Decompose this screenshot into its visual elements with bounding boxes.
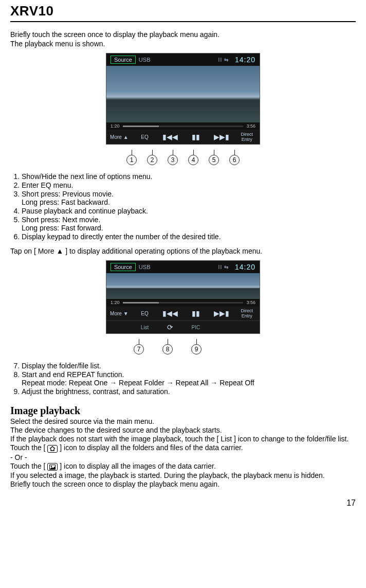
list1-item-5a: Short press: Next movie. xyxy=(22,216,100,224)
callout-4: 4 xyxy=(188,150,198,165)
page-number: 17 xyxy=(10,498,356,508)
callout-1-num: 1 xyxy=(126,155,137,165)
progress-bar[interactable] xyxy=(123,126,244,127)
prev-button-2[interactable]: ▮◀◀ xyxy=(157,309,183,317)
screenshot-1: Source USB ΙΙ ⇆ 14:20 1:20 3:56 More ▲ E… xyxy=(106,53,260,145)
clock-display-2: 14:20 xyxy=(235,263,255,271)
next-icon: ▶▶▮ xyxy=(214,133,229,141)
list1-item-4: Pause playback and continue playback. xyxy=(22,207,356,215)
img-p4: Touch the [ ] icon to display all the fo… xyxy=(10,443,356,453)
list1-item-1: Show/Hide the next line of options menu. xyxy=(22,172,356,181)
img-p4b: ] icon to display all the folders and fi… xyxy=(60,443,243,452)
title-divider xyxy=(10,21,356,22)
eq-button-2[interactable]: EQ xyxy=(132,311,158,316)
callout-9: 9 xyxy=(191,339,202,354)
list-label: List xyxy=(141,325,149,330)
repeat-button[interactable]: ⟳ xyxy=(157,323,183,331)
img-p2: The device changes to the desired source… xyxy=(10,426,356,434)
source-button[interactable]: Source xyxy=(111,56,136,64)
pic-label: PIC xyxy=(192,325,200,330)
image-playback-heading: Image playback xyxy=(10,405,356,417)
more-button-2[interactable]: More ▼ xyxy=(106,311,132,316)
progress-row-2: 1:20 3:56 xyxy=(106,299,260,306)
svg-point-1 xyxy=(51,466,52,467)
img-p1: Select the desired source via the main m… xyxy=(10,417,356,425)
direct-entry-button[interactable]: Direct Entry xyxy=(234,132,260,142)
pause-button-2[interactable]: ▮▮ xyxy=(183,309,209,317)
screen-topbar-2: Source USB ΙΙ ⇆ 14:20 xyxy=(106,261,260,273)
pause-button[interactable]: ▮▮ xyxy=(183,133,209,141)
pic-button[interactable]: PIC xyxy=(183,325,209,330)
video-area[interactable] xyxy=(106,66,260,122)
callouts-row-2: 7 8 9 xyxy=(134,339,202,354)
screen-topbar: Source USB ΙΙ ⇆ 14:20 xyxy=(106,54,260,66)
eq-label-2: EQ xyxy=(141,311,148,316)
list1-item-5b: Long press: Fast forward. xyxy=(22,224,356,232)
callout-5: 5 xyxy=(209,150,219,165)
list2-item-8b: Repeat mode: Repeat One → Repeat Folder … xyxy=(22,379,356,387)
repeat-icon: ⟳ xyxy=(167,323,173,331)
callout-3: 3 xyxy=(168,150,178,165)
feature-list-1: Show/Hide the next line of options menu.… xyxy=(22,172,356,241)
callout-8-num: 8 xyxy=(162,344,173,354)
prev-icon-2: ▮◀◀ xyxy=(162,309,178,317)
list2-item-7: Display the folder/file list. xyxy=(22,362,356,370)
img-p7: If you selected a image, the playback is… xyxy=(10,471,356,479)
list2-item-8a: Start and end REPEAT function. xyxy=(22,370,124,379)
elapsed-time-2: 1:20 xyxy=(111,300,120,305)
eq-button[interactable]: EQ xyxy=(132,134,158,140)
video-area-2[interactable] xyxy=(106,273,260,299)
screenshot-2: Source USB ΙΙ ⇆ 14:20 1:20 3:56 More ▼ E… xyxy=(106,260,260,334)
screenshot-2-wrap: Source USB ΙΙ ⇆ 14:20 1:20 3:56 More ▼ E… xyxy=(10,260,356,354)
progress-row: 1:20 3:56 xyxy=(106,122,260,130)
clock-display: 14:20 xyxy=(235,56,255,64)
img-p6b: ] icon to display all the images of the … xyxy=(60,462,216,470)
img-p4a: Touch the [ xyxy=(10,443,46,452)
next-icon-2: ▶▶▮ xyxy=(214,309,229,317)
prev-button[interactable]: ▮◀◀ xyxy=(157,133,183,141)
image-playback-body: Select the desired source via the main m… xyxy=(10,417,356,488)
source-button-2[interactable]: Source xyxy=(111,263,136,271)
prev-icon: ▮◀◀ xyxy=(162,133,178,141)
image-icon xyxy=(47,463,58,471)
callout-8: 8 xyxy=(162,339,173,354)
direct-entry-button-2[interactable]: Direct Entry xyxy=(234,308,260,318)
list1-item-3a: Short press: Previous movie. xyxy=(22,190,114,198)
callout-6-num: 6 xyxy=(229,155,240,165)
list1-item-2: Enter EQ menu. xyxy=(22,181,356,189)
source-label: USB xyxy=(139,57,151,63)
callout-7: 7 xyxy=(134,339,144,354)
list2-item-8: Start and end REPEAT function. Repeat mo… xyxy=(22,370,356,387)
callout-4-num: 4 xyxy=(188,155,198,165)
intro-line-2: The playback menu is shown. xyxy=(10,40,356,48)
total-time-2: 3:56 xyxy=(246,300,255,305)
list1-item-5: Short press: Next movie. Long press: Fas… xyxy=(22,216,356,232)
list-button[interactable]: List xyxy=(132,325,158,330)
more-up-label: More ▲ xyxy=(110,134,128,140)
list2-item-9: Adjust the brightness, contrast, and sat… xyxy=(22,387,356,396)
progress-bar-2[interactable] xyxy=(123,302,244,304)
callout-6: 6 xyxy=(229,150,240,165)
callout-3-num: 3 xyxy=(168,155,178,165)
intro-block: Briefly touch the screen once to display… xyxy=(10,30,356,48)
img-p6: Touch the [ ] icon to display all the im… xyxy=(10,462,356,471)
direct-entry-label-2: Entry xyxy=(234,137,260,142)
pause-icon-2: ▮▮ xyxy=(192,309,200,317)
callout-7-num: 7 xyxy=(134,344,144,354)
next-button[interactable]: ▶▶▮ xyxy=(209,133,234,141)
direct-entry-label-1b: Direct xyxy=(234,308,260,313)
page-title: XRV10 xyxy=(10,3,356,19)
next-button-2[interactable]: ▶▶▮ xyxy=(209,309,234,317)
elapsed-time: 1:20 xyxy=(111,123,120,129)
img-p8: Briefly touch the screen once to display… xyxy=(10,480,356,488)
callout-1: 1 xyxy=(126,150,137,165)
source-label-2: USB xyxy=(139,264,151,270)
screenshot-1-wrap: Source USB ΙΙ ⇆ 14:20 1:20 3:56 More ▲ E… xyxy=(10,53,356,165)
tap-more-text: Tap on [ More ▲ ] to display additional … xyxy=(10,247,356,255)
control-row-2: More ▼ EQ ▮◀◀ ▮▮ ▶▶▮ Direct Entry xyxy=(106,306,260,320)
eq-label: EQ xyxy=(141,134,148,140)
callout-2-num: 2 xyxy=(147,155,157,165)
more-down-label: More ▼ xyxy=(110,311,128,316)
pause-icon: ▮▮ xyxy=(192,133,200,141)
more-button[interactable]: More ▲ xyxy=(106,134,132,140)
